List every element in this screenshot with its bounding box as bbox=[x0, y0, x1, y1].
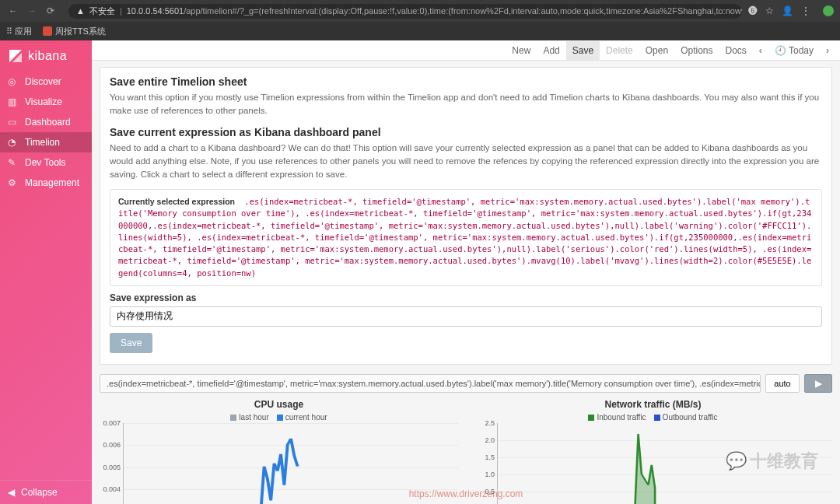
time-picker[interactable]: 🕘 Today bbox=[768, 41, 820, 60]
translate-icon[interactable]: 🅖 bbox=[748, 5, 758, 16]
legend-swatch-icon bbox=[588, 415, 594, 421]
save-sheet-desc: You want this option if you mostly use T… bbox=[110, 91, 822, 118]
save-menu-button[interactable]: Save bbox=[566, 41, 600, 60]
browser-bar: ← → ⟳ ▲ 不安全 | 10.0.0.54:5601/app/timelio… bbox=[0, 0, 840, 22]
gear-icon: ⚙ bbox=[8, 177, 19, 188]
forward-icon[interactable]: → bbox=[25, 4, 39, 18]
address-bar[interactable]: ▲ 不安全 | 10.0.0.54:5601/app/timelion#/?_g… bbox=[68, 4, 742, 19]
open-button[interactable]: Open bbox=[639, 41, 674, 60]
chart-title: Network traffic (MB/s) bbox=[474, 399, 832, 410]
delete-button: Delete bbox=[600, 41, 639, 60]
chart-plot bbox=[124, 423, 458, 504]
profile-icon[interactable]: 👤 bbox=[782, 5, 793, 16]
reload-icon[interactable]: ⟳ bbox=[44, 4, 58, 18]
save-as-label: Save expression as bbox=[110, 292, 822, 303]
time-next-button[interactable]: › bbox=[820, 41, 835, 60]
security-label: 不安全 bbox=[89, 5, 115, 17]
svg-marker-2 bbox=[635, 434, 655, 504]
save-expr-heading: Save current expression as Kibana dashbo… bbox=[110, 126, 822, 138]
sidebar-item-visualize[interactable]: ▥Visualize bbox=[0, 92, 92, 112]
clock-icon: ◔ bbox=[8, 137, 19, 148]
status-dot-icon bbox=[823, 5, 834, 16]
new-button[interactable]: New bbox=[506, 41, 537, 60]
collapse-button[interactable]: ◀Collapse bbox=[0, 480, 92, 504]
save-expr-desc: Need to add a chart to a Kibana dashboar… bbox=[110, 142, 822, 182]
url-host: 10.0.0.54 bbox=[127, 6, 163, 16]
insecure-icon: ▲ bbox=[76, 6, 85, 16]
wrench-icon: ✎ bbox=[8, 157, 19, 168]
menu-icon[interactable]: ⋮ bbox=[801, 5, 810, 16]
bar-chart-icon: ▥ bbox=[8, 96, 19, 107]
expression-display: Currently selected expression .es(index=… bbox=[110, 189, 822, 286]
save-sheet-heading: Save entire Timelion sheet bbox=[110, 75, 822, 88]
sidebar: kibana ◎Discover ▥Visualize ▭Dashboard ◔… bbox=[0, 40, 92, 504]
legend-swatch-icon bbox=[230, 415, 236, 421]
kibana-icon bbox=[8, 48, 23, 64]
back-icon[interactable]: ← bbox=[6, 4, 20, 18]
sidebar-item-dashboard[interactable]: ▭Dashboard bbox=[0, 112, 92, 132]
chart-legend: last hour current hour bbox=[100, 413, 458, 422]
star-icon[interactable]: ☆ bbox=[765, 5, 774, 16]
brand-logo[interactable]: kibana bbox=[0, 40, 92, 72]
play-button[interactable]: ▶ bbox=[804, 374, 832, 393]
sidebar-item-management[interactable]: ⚙Management bbox=[0, 173, 92, 193]
query-input[interactable]: .es(index=metricbeat-*, timefield='@time… bbox=[100, 374, 761, 393]
y-axis: 0.007 0.006 0.005 0.004 0.003 0.002 0.00… bbox=[99, 423, 122, 504]
expression-label: Currently selected expression bbox=[118, 197, 235, 206]
save-button[interactable]: Save bbox=[110, 333, 152, 353]
interval-select[interactable]: auto bbox=[765, 374, 800, 393]
bookmark-favicon-icon bbox=[43, 26, 52, 36]
expression-text: .es(index=metricbeat-*, timefield='@time… bbox=[118, 197, 811, 277]
chart-plot bbox=[498, 423, 832, 504]
dashboard-icon: ▭ bbox=[8, 117, 19, 128]
docs-button[interactable]: Docs bbox=[719, 41, 753, 60]
chart-title: CPU usage bbox=[100, 399, 458, 410]
time-prev-button[interactable]: ‹ bbox=[753, 41, 768, 60]
url-path: /app/timelion#/?_g=(refreshInterval:(dis… bbox=[184, 6, 742, 16]
sidebar-item-devtools[interactable]: ✎Dev Tools bbox=[0, 152, 92, 173]
top-toolbar: New Add Save Delete Open Options Docs ‹ … bbox=[92, 40, 840, 61]
y-axis: 2.5 2.0 1.5 1.0 0.5 0.0 -0.5 -1.0 -1.5 -… bbox=[473, 423, 496, 504]
legend-swatch-icon bbox=[654, 415, 660, 421]
chart-network[interactable]: Network traffic (MB/s) Inbound traffic O… bbox=[474, 399, 832, 504]
chevron-left-icon: ◀ bbox=[8, 487, 15, 498]
chart-legend: Inbound traffic Outbound traffic bbox=[474, 413, 832, 422]
apps-button[interactable]: ⠿ 应用 bbox=[6, 26, 32, 37]
compass-icon: ◎ bbox=[8, 76, 19, 87]
chart-cpu[interactable]: CPU usage last hour current hour 1 0.007… bbox=[100, 399, 458, 504]
sidebar-item-timelion[interactable]: ◔Timelion bbox=[0, 132, 92, 152]
save-panel: Save entire Timelion sheet You want this… bbox=[100, 67, 832, 365]
bookmark-bar: ⠿ 应用 周报TTS系统 bbox=[0, 22, 840, 40]
legend-swatch-icon bbox=[277, 415, 283, 421]
add-button[interactable]: Add bbox=[537, 41, 565, 60]
options-button[interactable]: Options bbox=[674, 41, 719, 60]
save-as-input[interactable] bbox=[110, 306, 822, 327]
sidebar-item-discover[interactable]: ◎Discover bbox=[0, 72, 92, 92]
bookmark-item[interactable]: 周报TTS系统 bbox=[43, 26, 106, 37]
